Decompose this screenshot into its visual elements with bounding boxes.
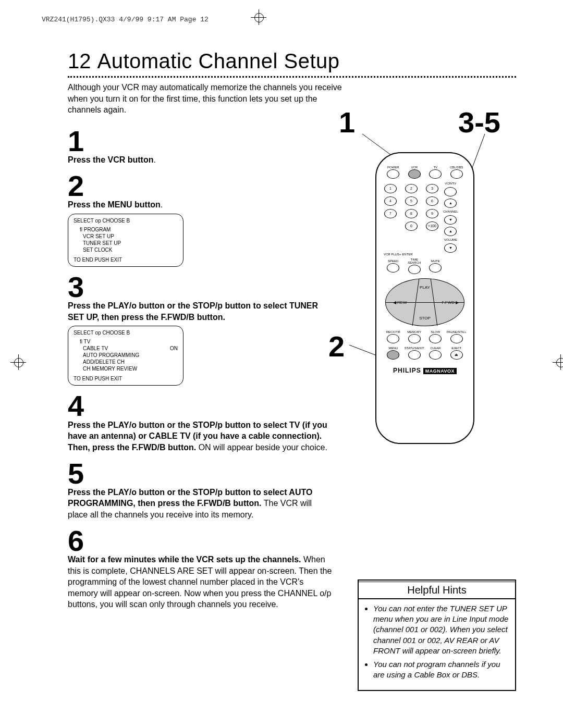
vol-down: ▼ [444,243,457,253]
brand-philips: PHILIPS [393,367,421,374]
osd-header: SELECT op CHOOSE B [74,329,178,336]
step-text: Press the PLAY/o button or the STOP/p bu… [68,419,334,453]
ffwd-button: F.FWD ▶ [442,300,459,304]
label-cbldbs: CBL/DBS [450,166,463,169]
callout-numbers: 1 3-5 [334,105,516,139]
num-6: 6 [426,196,438,206]
timesearch-button [408,265,421,274]
osd-line: CH MEMORY REVIEW [74,365,178,372]
step-number: 2 [68,173,334,199]
step-tail: . [161,200,163,209]
hints-title: Helpful Hints [359,582,515,599]
label-menu: MENU [388,347,398,350]
osd-line: CABLE TV ON [74,345,178,352]
stop-button: STOP [419,316,431,320]
osd-footer: TO END PUSH EXIT [74,375,178,382]
step-text: Press the VCR button. [68,154,334,166]
osd-footer: TO END PUSH EXIT [74,256,178,263]
ch-down: ▼ [444,215,457,225]
num-3: 3 [426,184,438,193]
ch-up: ▲ [444,199,457,208]
pause-button [450,334,463,343]
label-vcrtv: VCR/TV [445,182,456,185]
callout-1: 1 [339,105,355,139]
step-tail: . [153,155,155,164]
content: 12 Automatic Channel Setup Although your… [68,50,516,691]
label-memory: MEMORY [407,330,421,334]
label-pause: PAUSE/STILL [447,330,467,334]
osd-screen: SELECT op CHOOSE B fi TV CABLE TV ON AUT… [68,326,183,386]
right-column: 1 3-5 2 [334,121,516,691]
osd-text: ON [170,345,178,352]
menu-button [387,350,399,360]
step-number: 4 [68,393,334,419]
label-channel: CHANNEL [443,210,458,213]
num-0: 0 [405,221,418,231]
num-5: 5 [405,196,418,206]
page-number: 12 [68,50,91,73]
clear-button [429,350,442,360]
label-vcr: VCR [411,166,418,169]
step-number: 6 [68,528,334,554]
osd-line: SET CLOCK [74,246,178,253]
step-text: Wait for a few minutes while the VCR set… [68,554,334,610]
memory-button [408,334,421,343]
print-header: VRZ241(H1795).QX33 4/9/99 9:17 AM Page 1… [42,16,521,23]
num-7: 7 [384,209,397,218]
transport-ring: PLAY STOP ◀ REW F.FWD ▶ [385,278,464,326]
page-title: Automatic Channel Setup [97,50,340,73]
step-number: 1 [68,128,334,154]
step-bold: Press the MENU button [68,200,161,209]
callout-2: 2 [328,329,345,363]
eject-button: ⏏ [450,350,463,360]
label-eject: EJECT [451,347,461,350]
osd-line: fi TV [74,338,178,345]
label-rec: REC/OTR [386,330,400,334]
label-timesearch: TIME SEARCH [404,258,425,264]
mute-button [429,263,442,273]
vol-up: ▲ [444,227,457,236]
osd-line: TUNER SET UP [74,240,178,246]
hint-item: You can not program channels if you are … [373,659,509,681]
num-4: 4 [384,196,397,206]
hints-body: You can not enter the TUNER SET UP menu … [359,599,515,690]
label-status: STATUS/EXIT [405,347,424,350]
label-clear: CLEAR [430,347,440,350]
step-bold: Wait for a few minutes while the VCR set… [68,555,301,564]
label-volume: VOLUME [444,238,457,241]
osd-header: SELECT op CHOOSE B [74,217,178,224]
osd-line: AUTO PROGRAMMING [74,352,178,359]
label-slow: SLOW [431,330,440,334]
vcr-button [408,169,421,179]
num-8: 8 [405,209,418,218]
osd-line: fi PROGRAM [74,226,178,233]
helpful-hints-box: Helpful Hints You can not enter the TUNE… [358,579,516,691]
step-text: Press the PLAY/o button or the STOP/p bu… [68,300,334,323]
power-button [387,169,399,179]
cbldbs-button [450,169,463,179]
crop-mark [254,13,264,22]
num-2: 2 [405,184,418,193]
step-number: 3 [68,274,334,300]
brand-magnavox: MAGNAVOX [423,368,457,374]
intro-text: Although your VCR may automatically memo… [68,82,344,116]
label-tv: TV [433,166,437,169]
speed-button [387,263,399,273]
brand: PHILIPSMAGNAVOX [383,367,467,374]
osd-line: ADD/DELETE CH [74,359,178,365]
callout-3-5: 3-5 [458,105,500,139]
page: VRZ241(H1795).QX33 4/9/99 9:17 AM Page 1… [0,0,563,728]
step-text: Press the PLAY/o button or the STOP/p bu… [68,487,334,521]
dotted-rule [68,76,516,78]
step-bold: Press the PLAY/o button or the STOP/p bu… [68,301,318,322]
step-after: ON will appear beside your choice. [199,443,327,452]
status-button [408,350,421,360]
label-speed: SPEED [388,260,398,263]
tv-button [429,169,442,179]
step-bold: Press the VCR button [68,155,153,164]
play-button: PLAY [420,285,430,290]
label-mute: MUTE [431,260,440,263]
label-vcrplus: VCR PLUS+ ENTER [384,253,467,256]
num-1: 1 [384,184,397,193]
step-number: 5 [68,461,334,487]
